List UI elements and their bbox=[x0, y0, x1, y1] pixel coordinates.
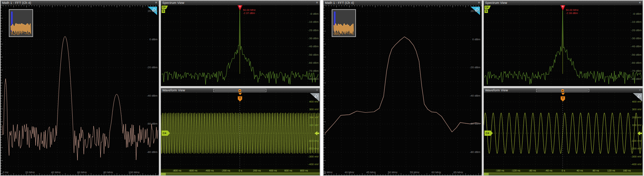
zoom-overview-bar-cap bbox=[161, 173, 166, 175]
trigger-position-marker[interactable]: T bbox=[238, 93, 243, 103]
axis-tick-label: 160 ns bbox=[623, 169, 631, 172]
pan-zoom-scrollbar[interactable] bbox=[536, 89, 589, 92]
marker-amplitude: -2.37 dBm bbox=[243, 12, 256, 15]
zoom-overview-bar[interactable] bbox=[161, 173, 320, 175]
axis-tick-label: 200 ns bbox=[253, 169, 261, 172]
axis-tick-label: 40 ns bbox=[577, 169, 583, 172]
axis-tick-label: 800 ns bbox=[300, 169, 308, 172]
magnifier-icon bbox=[315, 94, 318, 97]
waveform-plot-area[interactable]: T C4 400 mV300 mV200 mV100 mV-100 mV-200… bbox=[161, 93, 320, 175]
axis-tick-label: -600 ns bbox=[188, 169, 197, 172]
axis-tick-label: -800 ns bbox=[172, 169, 181, 172]
fft-thumbnail-trace bbox=[9, 10, 32, 36]
waveform-window-title: Waveform View bbox=[162, 88, 185, 93]
spectrum-window-titlebar[interactable]: Spectrum View × bbox=[484, 1, 643, 5]
magnifier-icon bbox=[476, 8, 479, 11]
reference-marker[interactable]: R 50.00 MHz -2.38 dBm bbox=[560, 5, 588, 17]
marker-amplitude: -2.38 dBm bbox=[566, 12, 578, 15]
spectrum-view-window: Spectrum View × C4 N R 50.00 MHz -2.37 d… bbox=[160, 0, 320, 87]
waveform-time-axis: -800 ns-600 ns-400 ns-200 ns0 s200 ns400… bbox=[161, 169, 320, 173]
axis-tick-label: 120 ns bbox=[607, 169, 615, 172]
scope-display-group-2: Math 1 - FFT (Ch 4) × 20 dBm0 dBm-20 dBm… bbox=[323, 0, 643, 176]
zoom-overview-bar[interactable] bbox=[484, 173, 643, 175]
fft-preview-thumbnail[interactable] bbox=[9, 9, 33, 37]
axis-tick-label: 400 ns bbox=[269, 169, 277, 172]
spectrum-plot-area[interactable]: C4 N R 50.00 MHz -2.38 dBm -6 dBm-16 dBm… bbox=[484, 5, 643, 86]
waveform-view-window: Waveform View × T C4 400 mV300 mV200 mV1… bbox=[483, 87, 643, 176]
waveform-window-titlebar[interactable]: Waveform View × bbox=[484, 88, 643, 93]
waveform-trace bbox=[484, 93, 643, 175]
close-icon[interactable]: × bbox=[316, 88, 318, 92]
axis-tick-label: 80 ns bbox=[593, 169, 599, 172]
close-icon[interactable]: × bbox=[639, 1, 641, 5]
waveform-trace bbox=[161, 93, 320, 175]
reference-marker-flag[interactable]: R bbox=[237, 5, 243, 10]
reference-marker-readout: 50.00 MHz -2.38 dBm bbox=[566, 8, 578, 15]
math-fft-window: Math 1 - FFT (Ch 4) × 20 dBm0 dBm-20 dBm… bbox=[0, 0, 160, 176]
axis-tick-label: 0 s bbox=[562, 169, 565, 172]
spectrum-window-title: Spectrum View bbox=[485, 1, 507, 5]
pan-zoom-scrollbar[interactable] bbox=[213, 89, 266, 92]
math-window-title: Math 1 - FFT (Ch 4) bbox=[2, 1, 31, 5]
spectrum-trace bbox=[161, 5, 320, 86]
marker-frequency: 50.00 MHz bbox=[566, 8, 578, 12]
math-window-titlebar[interactable]: Math 1 - FFT (Ch 4) × bbox=[1, 1, 159, 5]
trigger-level-indicator[interactable] bbox=[314, 131, 319, 135]
axis-tick-label: 0 s bbox=[239, 169, 242, 172]
zoom-overview-bar-cap bbox=[484, 173, 489, 175]
close-icon[interactable]: × bbox=[316, 1, 318, 5]
waveform-plot-area[interactable]: T C4 400 mV300 mV200 mV100 mV-100 mV-200… bbox=[484, 93, 643, 175]
spectrum-plot-area[interactable]: C4 N R 50.00 MHz -2.37 dBm -6 dBm-16 dBm… bbox=[161, 5, 320, 86]
axis-tick-label: 600 ns bbox=[284, 169, 293, 172]
spectrum-view-window: Spectrum View × C4 N R 50.00 MHz -2.38 d… bbox=[483, 0, 643, 87]
axis-tick-label: -160 ns bbox=[495, 169, 504, 172]
waveform-time-axis: -160 ns-120 ns-80 ns-40 ns0 s40 ns80 ns1… bbox=[484, 169, 643, 173]
trigger-flag[interactable]: T bbox=[561, 96, 565, 101]
trigger-arrow-icon bbox=[238, 93, 242, 95]
scroll-position-marker[interactable] bbox=[238, 89, 241, 92]
fft-thumbnail-trace bbox=[332, 10, 355, 36]
math-fft-window: Math 1 - FFT (Ch 4) × 20 dBm0 dBm-20 dBm… bbox=[323, 0, 482, 176]
close-icon[interactable]: × bbox=[478, 1, 480, 5]
axis-tick-label: -200 ns bbox=[221, 169, 230, 172]
oscilloscope-screen: Math 1 - FFT (Ch 4) × 20 dBm0 dBm-20 dBm… bbox=[0, 0, 644, 176]
spectrum-window-title: Spectrum View bbox=[162, 1, 184, 5]
math-window-titlebar[interactable]: Math 1 - FFT (Ch 4) × bbox=[324, 1, 482, 5]
trigger-position-marker[interactable]: T bbox=[561, 93, 565, 103]
spectrum-window-titlebar[interactable]: Spectrum View × bbox=[161, 1, 320, 5]
normalize-badge[interactable]: N bbox=[162, 9, 165, 13]
scope-display-group-1: Math 1 - FFT (Ch 4) × 20 dBm0 dBm-20 dBm… bbox=[0, 0, 320, 176]
magnifier-icon bbox=[153, 8, 156, 11]
close-icon[interactable]: × bbox=[639, 88, 641, 92]
trigger-level-indicator[interactable] bbox=[637, 131, 642, 135]
trigger-flag[interactable]: T bbox=[238, 96, 242, 101]
waveform-window-title: Waveform View bbox=[485, 88, 508, 93]
axis-tick-label: -120 ns bbox=[511, 169, 520, 172]
scroll-position-marker[interactable] bbox=[561, 89, 564, 92]
fft-preview-thumbnail[interactable] bbox=[332, 9, 356, 37]
axis-tick-label: -40 ns bbox=[545, 169, 553, 172]
waveform-window-titlebar[interactable]: Waveform View × bbox=[161, 88, 320, 93]
axis-tick-label: -80 ns bbox=[529, 169, 536, 172]
magnifier-icon bbox=[638, 94, 641, 97]
trigger-arrow-icon bbox=[561, 93, 565, 95]
spectrum-trace bbox=[484, 5, 643, 86]
marker-frequency: 50.00 MHz bbox=[243, 8, 256, 12]
reference-marker-flag[interactable]: R bbox=[560, 5, 565, 10]
close-icon[interactable]: × bbox=[155, 1, 157, 5]
reference-marker-readout: 50.00 MHz -2.37 dBm bbox=[243, 8, 256, 15]
waveform-view-window: Waveform View × T C4 400 mV300 mV200 mV1… bbox=[160, 87, 320, 176]
reference-marker[interactable]: R 50.00 MHz -2.37 dBm bbox=[237, 5, 265, 17]
axis-tick-label: -400 ns bbox=[205, 169, 214, 172]
normalize-badge[interactable]: N bbox=[484, 9, 488, 13]
math-window-title: Math 1 - FFT (Ch 4) bbox=[325, 1, 354, 5]
math-plot-area[interactable]: 20 dBm0 dBm-20 dBm-40 dBm-60 dBm-80 dBm … bbox=[1, 5, 159, 175]
math-plot-area[interactable]: 20 dBm0 dBm-20 dBm-40 dBm-60 dBm-80 dBm … bbox=[324, 5, 482, 175]
